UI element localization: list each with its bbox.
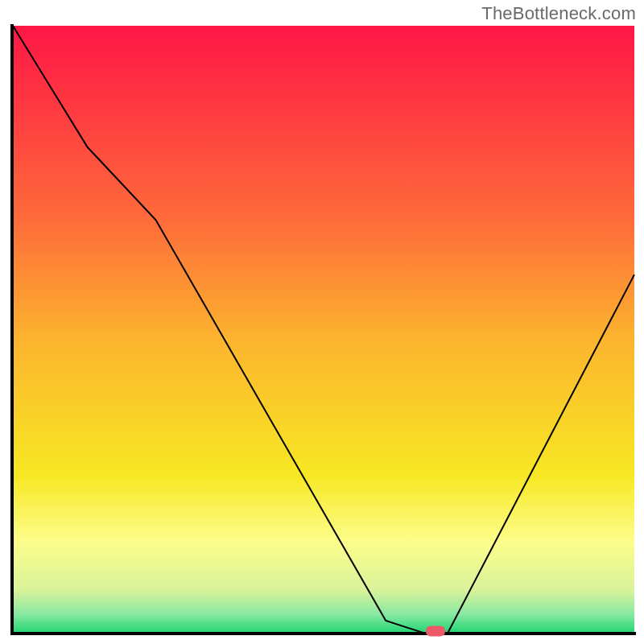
bottleneck-chart [8,24,638,638]
optimum-marker [426,626,445,637]
chart-background [13,26,634,633]
chart-container [8,24,638,638]
watermark-text: TheBottleneck.com [481,3,636,24]
